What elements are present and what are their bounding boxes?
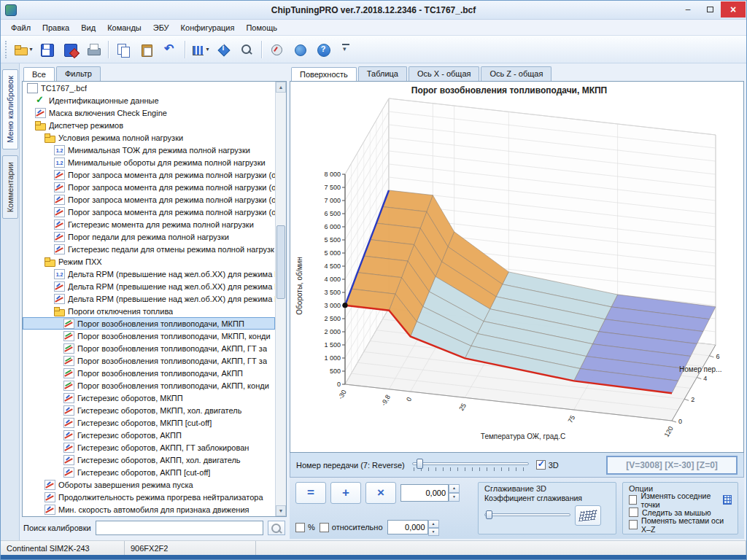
- apply-smoothing-button[interactable]: [575, 505, 601, 526]
- help-button[interactable]: [311, 39, 335, 61]
- tree-item[interactable]: Порог возобновления топливоподачи, АКПП,…: [23, 379, 275, 392]
- menu-item-3[interactable]: Команды: [101, 21, 147, 34]
- close-button[interactable]: ×: [721, 1, 746, 18]
- paste-button[interactable]: [135, 39, 158, 61]
- tree-item[interactable]: Продолжительность режима прогрева нейтра…: [23, 491, 275, 503]
- tree-item[interactable]: Мин. скорость автомобиля для признака дв…: [23, 503, 275, 516]
- connect-button[interactable]: [265, 39, 288, 61]
- open-file-button[interactable]: ▾: [12, 39, 35, 61]
- tree-item[interactable]: Условия режима полной нагрузки: [23, 131, 275, 144]
- tree-item[interactable]: Обороты завершения режима пуска: [23, 478, 275, 491]
- tree-item[interactable]: Режим ПХХ: [23, 255, 275, 268]
- spin-down-icon[interactable]: ▼: [428, 528, 439, 536]
- percent-checkbox-row[interactable]: %: [295, 523, 315, 532]
- 3d-checkbox-row[interactable]: 3D: [536, 460, 559, 470]
- tree-item[interactable]: Гистерезис оборотов, МКПП [cut-off]: [23, 416, 275, 429]
- scrollbar-thumb[interactable]: [276, 225, 285, 299]
- save-as-button[interactable]: [58, 39, 82, 61]
- tree-item[interactable]: Пороги отключения топлива: [23, 305, 275, 317]
- option-row-0[interactable]: Изменять соседние точки: [629, 494, 732, 506]
- tree-item[interactable]: Порог возобновления топливоподачи, МКПП,…: [23, 330, 275, 342]
- save-button[interactable]: [35, 39, 58, 61]
- tab-right-1[interactable]: Таблица: [358, 66, 407, 81]
- copy-button[interactable]: [112, 39, 135, 61]
- option-row-2[interactable]: Поменять местами оси X–Z: [629, 518, 732, 531]
- slider-track: [484, 513, 570, 516]
- slider-thumb[interactable]: [486, 510, 492, 519]
- option-checkbox-2[interactable]: [629, 520, 638, 529]
- tab-right-2[interactable]: Ось X - общая: [409, 66, 480, 81]
- menu-item-6[interactable]: Помощь: [240, 21, 283, 34]
- side-tab-1[interactable]: Комментарии: [2, 155, 18, 219]
- tree-item[interactable]: Гистерезис оборотов, МКПП: [23, 392, 275, 404]
- tab-left-1[interactable]: Фильтр: [56, 66, 101, 81]
- tree-item[interactable]: Гистерезис оборотов, АКПП [cut-off]: [23, 466, 275, 478]
- tree-item[interactable]: Порог возобновления топливоподачи, МКПП: [23, 317, 275, 330]
- tree-item[interactable]: Идентификационные данные: [23, 94, 275, 106]
- tree-item[interactable]: Минимальные обороты для режима полной на…: [23, 156, 275, 168]
- tree-item[interactable]: Гистерезис оборотов, АКПП: [23, 429, 275, 441]
- relative-input[interactable]: [387, 520, 428, 534]
- menu-item-5[interactable]: Конфигурация: [175, 21, 241, 34]
- tree-item[interactable]: Порог возобновления топливоподачи, АКПП,…: [23, 342, 275, 354]
- minimize-button[interactable]: –: [677, 1, 699, 18]
- chart-button[interactable]: ▾: [188, 39, 212, 61]
- option-checkbox-0[interactable]: [629, 495, 637, 505]
- surface-chart[interactable]: Порог возобновления топливоподачи, МКПП0…: [290, 82, 740, 461]
- tree-item[interactable]: Порог возобновления топливоподачи, АКПП: [23, 367, 275, 379]
- undo-button[interactable]: [158, 39, 182, 61]
- tree-item[interactable]: Диспетчер режимов: [23, 119, 275, 131]
- spin-up-icon[interactable]: ▲: [449, 484, 460, 493]
- spin-down-icon[interactable]: ▼: [449, 493, 460, 502]
- overflow-button[interactable]: [335, 39, 358, 61]
- value-input[interactable]: [400, 484, 449, 502]
- spin-up-icon[interactable]: ▲: [428, 520, 439, 528]
- search-button[interactable]: [268, 521, 285, 535]
- scroll-up-icon[interactable]: ▲: [276, 82, 286, 93]
- tree-item[interactable]: Гистерезис оборотов, АКПП, хол. двигател…: [23, 454, 275, 466]
- tree-scrollbar[interactable]: ▲ ▼: [275, 82, 286, 516]
- tree-item[interactable]: Гистерезис оборотов, МКПП, хол. двигател…: [23, 404, 275, 416]
- relative-checkbox[interactable]: [320, 523, 329, 532]
- tree-item[interactable]: Минимальная ТОЖ для режима полной нагруз…: [23, 144, 275, 156]
- percent-checkbox[interactable]: [295, 523, 305, 532]
- tree-item[interactable]: Порог запроса момента для режима полной …: [23, 193, 275, 206]
- tree-item[interactable]: Порог запроса момента для режима полной …: [23, 206, 275, 218]
- tree-item[interactable]: Дельта RPM (превышение над жел.об.XX) дл…: [23, 292, 275, 305]
- tree-item[interactable]: Гистерезис педали для отмены режима полн…: [23, 243, 275, 255]
- slider-thumb[interactable]: [417, 459, 423, 469]
- tab-right-0[interactable]: Поверхность: [291, 67, 357, 82]
- menu-item-2[interactable]: Вид: [75, 21, 101, 34]
- online-button[interactable]: [288, 39, 311, 61]
- smoothing-slider[interactable]: [484, 510, 570, 521]
- menu-item-1[interactable]: Правка: [36, 21, 75, 34]
- multiply-value-button[interactable]: ×: [365, 482, 396, 504]
- tree-item[interactable]: Дельта RPM (превышение над жел.об.XX) дл…: [23, 280, 275, 292]
- scroll-down-icon[interactable]: ▼: [276, 505, 286, 516]
- tree-item[interactable]: Гистерезис момента для режима полной наг…: [23, 218, 275, 230]
- tree-item[interactable]: Дельта RPM (превышение над жел.об.XX) дл…: [23, 268, 275, 280]
- menu-item-4[interactable]: ЭБУ: [147, 21, 175, 34]
- add-value-button[interactable]: +: [330, 482, 361, 504]
- tree-item[interactable]: Маска включения Check Engine: [23, 106, 275, 119]
- info-button[interactable]: [212, 39, 235, 61]
- tree-item[interactable]: Порог возобновления топливоподачи, АКПП,…: [23, 354, 275, 367]
- maximize-button[interactable]: [699, 1, 721, 18]
- tree-item[interactable]: Порог запроса момента для режима полной …: [23, 181, 275, 193]
- tab-left-0[interactable]: Все: [23, 67, 55, 82]
- gear-slider[interactable]: [412, 458, 529, 472]
- tree-item[interactable]: Гистерезис оборотов, АКПП, ГТ заблокиров…: [23, 441, 275, 454]
- option-checkbox-1[interactable]: [629, 508, 638, 517]
- set-value-button[interactable]: =: [295, 482, 326, 504]
- tree-item[interactable]: Порог запроса момента для режима полной …: [23, 168, 275, 181]
- menu-item-0[interactable]: Файл: [5, 21, 36, 34]
- search-input[interactable]: [96, 521, 263, 535]
- tree-item[interactable]: Порог педали для режима полной нагрузки: [23, 230, 275, 243]
- relative-checkbox-row[interactable]: относительно: [320, 523, 383, 532]
- zoom-button[interactable]: [235, 39, 258, 61]
- 3d-checkbox[interactable]: [536, 460, 546, 470]
- tree-item[interactable]: TC1767_.bcf: [23, 82, 275, 94]
- print-button[interactable]: [82, 39, 105, 61]
- tab-right-3[interactable]: Ось Z - общая: [481, 66, 551, 81]
- side-tab-0[interactable]: Меню калибровок: [2, 69, 18, 149]
